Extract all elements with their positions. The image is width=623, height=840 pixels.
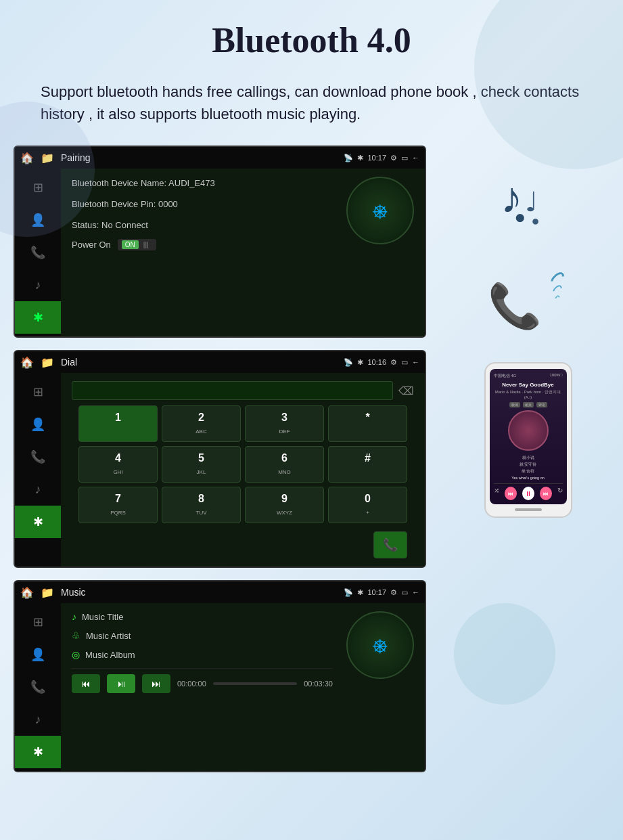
toggle-bars: |||	[140, 240, 152, 249]
phone-home-bar	[515, 508, 542, 511]
music-controls-bar: ⏮ ⏯ ⏭ 00:00:00 00:03:30	[72, 668, 333, 699]
dial-key-9[interactable]: 9WXYZ	[245, 487, 324, 523]
phone-battery: 100%□	[550, 373, 563, 379]
dial-input-row: ⌫	[72, 381, 414, 400]
dial-keypad: 1 2ABC 3DEF * 4GHI 5JKL 6MNO # 7PQRS 8TU…	[72, 405, 414, 523]
nav-item-contacts[interactable]: 👤	[15, 204, 61, 236]
dial-key-8[interactable]: 8TUV	[162, 487, 241, 523]
back-icon-dial[interactable]: ←	[412, 358, 419, 366]
music-album-line: ◎ Music Album	[72, 649, 333, 660]
dial-key-5[interactable]: 5JKL	[162, 446, 241, 483]
music-dot-1: ●	[515, 206, 526, 228]
music-title-label: Music Title	[82, 612, 123, 622]
power-row: Power On ON |||	[72, 239, 333, 250]
phone-carrier: 中国电信 4G	[494, 373, 517, 379]
nav-item-grid-dial[interactable]: ⊞	[15, 376, 61, 408]
nav-item-music[interactable]: ♪	[15, 269, 61, 301]
nav-item-phone-music[interactable]: 📞	[15, 671, 61, 703]
dial-key-2[interactable]: 2ABC	[162, 405, 241, 442]
nav-item-bt-pairing[interactable]: ✱	[15, 301, 61, 334]
bt-circle-music: ⎈	[346, 611, 414, 679]
home-icon-dial[interactable]: 🏠	[20, 356, 34, 369]
music-screen: 🏠 📁 Music 📡 ✱ 10:17 ⚙ ▭ ← ⊞ 👤 📞 ♪	[14, 580, 426, 772]
dial-key-1[interactable]: 1	[78, 405, 158, 442]
device-pin-line: Bluetooth Device Pin: 0000	[72, 198, 333, 212]
nav-item-contacts-music[interactable]: 👤	[15, 638, 61, 671]
music-info: ♪ Music Title ♧ Music Artist ◎ Music Alb…	[72, 611, 333, 699]
prev-button[interactable]: ⏮	[72, 674, 100, 693]
nav-item-phone-dial[interactable]: 📞	[15, 441, 61, 473]
progress-bar[interactable]	[213, 682, 297, 685]
time-total: 00:03:30	[304, 680, 333, 688]
music-title-line: ♪ Music Title	[72, 611, 333, 622]
pairing-screen: 🏠 📁 Pairing 📡 ✱ 10:17 ⚙ ▭ ← ⊞ 👤 �	[14, 146, 426, 338]
artist-icon: ♧	[72, 630, 80, 641]
lyrics-line-2: 就 安守份	[494, 462, 563, 468]
nav-item-bt-dial[interactable]: ✱	[15, 506, 61, 538]
next-button[interactable]: ⏭	[142, 674, 170, 693]
bt-icon-dial: ✱	[357, 358, 363, 367]
call-button[interactable]: 📞	[373, 531, 407, 558]
back-icon[interactable]: ←	[412, 154, 419, 162]
phone-next[interactable]: ⏭	[540, 487, 552, 500]
time-current: 00:00:00	[177, 680, 206, 688]
status-line: Status: No Connect	[72, 219, 333, 233]
music-body: ⊞ 👤 📞 ♪ ✱ ♪ Music Title	[15, 603, 425, 771]
backspace-icon[interactable]: ⌫	[398, 384, 414, 397]
phone-screen: 中国电信 4G 100%□ Never Say GoodBye Mario & …	[490, 369, 567, 504]
status-bar-music: 📡 ✱ 10:17 ⚙ ▭ ←	[344, 588, 419, 597]
music-note-decoration: ♪ ♩ ● ●	[488, 173, 569, 234]
device-name-line: Bluetooth Device Name: AUDI_E473	[72, 177, 333, 191]
home-icon[interactable]: 🏠	[20, 152, 34, 164]
nav-item-grid-music[interactable]: ⊞	[15, 606, 61, 638]
toggle-on[interactable]: ON	[122, 240, 139, 249]
nav-item-music-dial[interactable]: ♪	[15, 473, 61, 506]
dial-key-star[interactable]: *	[328, 405, 407, 442]
wifi-arcs	[549, 274, 566, 300]
power-toggle[interactable]: ON |||	[118, 239, 156, 250]
nav-item-phone[interactable]: 📞	[15, 236, 61, 269]
phone-prev[interactable]: ⏮	[505, 487, 517, 500]
dial-key-3[interactable]: 3DEF	[245, 405, 324, 442]
dial-content: ⌫ 1 2ABC 3DEF * 4GHI 5JKL 6MNO # 7PQRS	[72, 381, 414, 558]
lyrics-line-1: 就小说	[494, 455, 563, 462]
folder-icon-dial: 📁	[41, 356, 54, 369]
pairing-section-title: Pairing	[61, 152, 91, 163]
status-bar-dial: 📡 ✱ 10:16 ⚙ ▭ ←	[344, 358, 419, 367]
power-label: Power On	[72, 240, 111, 250]
dial-time: 10:16	[367, 358, 386, 366]
bt-icon-music: ✱	[357, 588, 363, 597]
phone-album-art	[508, 410, 549, 451]
nav-item-bt-music[interactable]: ✱	[15, 736, 61, 768]
dial-key-7[interactable]: 7PQRS	[78, 487, 158, 523]
music-dot-2: ●	[532, 213, 540, 229]
dial-key-6[interactable]: 6MNO	[245, 446, 324, 483]
phone-repeat[interactable]: ↻	[557, 487, 563, 500]
nav-item-contacts-dial[interactable]: 👤	[15, 408, 61, 441]
cast-icon: 📡	[344, 154, 353, 162]
back-icon-music[interactable]: ←	[412, 588, 419, 596]
phone-shuffle[interactable]: ⤨	[494, 487, 499, 500]
play-pause-button[interactable]: ⏯	[107, 674, 135, 693]
window-icon: ▭	[401, 154, 408, 162]
sidebar-nav-pairing: ⊞ 👤 📞 ♪ ✱	[15, 169, 61, 336]
dial-key-4[interactable]: 4GHI	[78, 446, 158, 483]
dial-input-field[interactable]	[72, 381, 393, 400]
nav-item-music-music[interactable]: ♪	[15, 703, 61, 736]
screen-topbar-music: 🏠 📁 Music 📡 ✱ 10:17 ⚙ ▭ ←	[15, 581, 425, 603]
phone-lyrics: 就小说 就 安守份 坐 合符 Yes what's going on 还是会想起…	[494, 455, 563, 481]
dial-key-hash[interactable]: #	[328, 446, 407, 483]
music-content-area: ♪ Music Title ♧ Music Artist ◎ Music Alb…	[61, 603, 425, 771]
pairing-content: Bluetooth Device Name: AUDI_E473 Bluetoo…	[61, 169, 425, 336]
phone-play[interactable]: ⏸	[522, 487, 534, 500]
phone-controls-mini: ⤨ ⏮ ⏸ ⏭ ↻	[494, 483, 563, 500]
nav-item-grid[interactable]: ⊞	[15, 171, 61, 204]
dial-key-0[interactable]: 0+	[328, 487, 407, 523]
tag-3: 评论	[536, 402, 547, 407]
lyrics-line-4: Yes what's going on	[494, 475, 563, 481]
window-icon-music: ▭	[401, 588, 408, 597]
music-note-icon: ♪	[72, 611, 76, 622]
pairing-time: 10:17	[367, 154, 386, 162]
tag-2: 相关	[523, 402, 534, 407]
home-icon-music[interactable]: 🏠	[20, 586, 34, 599]
